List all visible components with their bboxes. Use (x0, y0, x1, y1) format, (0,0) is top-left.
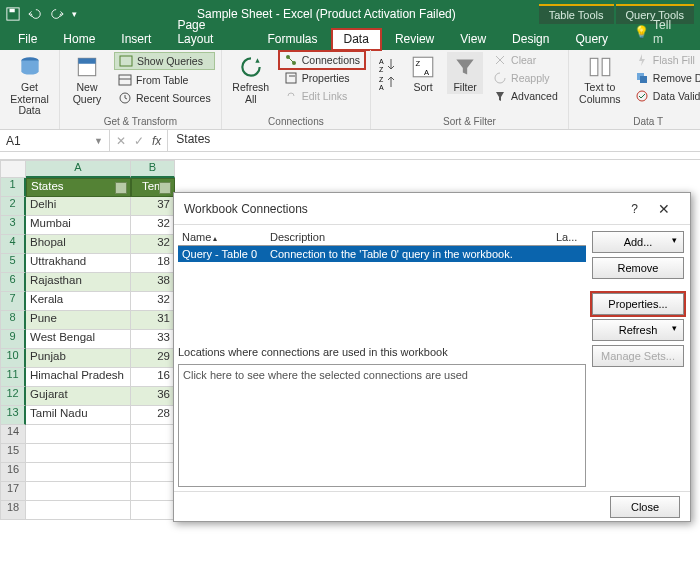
cell[interactable]: Gujarat (26, 387, 131, 406)
save-icon[interactable] (6, 7, 20, 21)
tab-design[interactable]: Design (500, 29, 561, 50)
cell[interactable]: Pune (26, 311, 131, 330)
col-header-a[interactable]: A (26, 160, 131, 178)
sort-button[interactable]: ZA Sort (405, 52, 441, 94)
tab-view[interactable]: View (448, 29, 498, 50)
cell[interactable]: 32 (131, 235, 175, 254)
col-header-b[interactable]: B (131, 160, 175, 178)
cell[interactable] (131, 463, 175, 482)
cell[interactable]: Uttrakhand (26, 254, 131, 273)
from-table-button[interactable]: From Table (114, 72, 215, 88)
tab-home[interactable]: Home (51, 29, 107, 50)
chevron-down-icon[interactable]: ▼ (94, 136, 103, 146)
cell[interactable]: Tamil Nadu (26, 406, 131, 425)
add-button[interactable]: Add... (592, 231, 684, 253)
tab-formulas[interactable]: Formulas (256, 29, 330, 50)
cell[interactable]: Punjab (26, 349, 131, 368)
cell[interactable] (131, 482, 175, 501)
tab-tell-me[interactable]: 💡Tell m (622, 15, 694, 50)
filter-dropdown-icon[interactable] (159, 182, 171, 194)
row-header[interactable]: 6 (0, 273, 26, 292)
cell[interactable]: 29 (131, 349, 175, 368)
locations-box[interactable]: Click here to see where the selected con… (178, 364, 586, 487)
properties-button[interactable]: Properties (280, 70, 364, 86)
cell[interactable]: Kerala (26, 292, 131, 311)
properties-dialog-button[interactable]: Properties... (592, 293, 684, 315)
show-queries-button[interactable]: Show Queries (114, 52, 215, 70)
cell[interactable]: 28 (131, 406, 175, 425)
cell[interactable] (131, 501, 175, 520)
row-header[interactable]: 9 (0, 330, 26, 349)
cell[interactable]: Rajasthan (26, 273, 131, 292)
formula-input[interactable]: States (168, 130, 700, 151)
refresh-all-button[interactable]: Refresh All (228, 52, 274, 105)
row-header[interactable]: 7 (0, 292, 26, 311)
row-header[interactable]: 8 (0, 311, 26, 330)
cell[interactable]: 37 (131, 197, 175, 216)
tab-file[interactable]: File (6, 29, 49, 50)
sort-asc-icon[interactable]: AZ (379, 56, 397, 74)
tab-page-layout[interactable]: Page Layout (165, 15, 253, 50)
row-header[interactable]: 11 (0, 368, 26, 387)
cell[interactable]: 36 (131, 387, 175, 406)
cell[interactable]: 32 (131, 216, 175, 235)
row-header[interactable]: 17 (0, 482, 26, 501)
select-all-button[interactable] (0, 160, 26, 178)
cell[interactable]: Delhi (26, 197, 131, 216)
row-header[interactable]: 2 (0, 197, 26, 216)
help-button[interactable]: ? (621, 202, 648, 216)
row-header[interactable]: 15 (0, 444, 26, 463)
cell[interactable]: Himachal Pradesh (26, 368, 131, 387)
cell[interactable]: 16 (131, 368, 175, 387)
col-header-description[interactable]: Description (270, 231, 556, 243)
row-header[interactable]: 4 (0, 235, 26, 254)
remove-button[interactable]: Remove (592, 257, 684, 279)
remove-duplicates-button[interactable]: Remove Dupl (631, 70, 700, 86)
connections-button[interactable]: Connections (280, 52, 364, 68)
text-to-columns-button[interactable]: Text to Columns (575, 52, 625, 105)
tab-query[interactable]: Query (563, 29, 620, 50)
new-query-button[interactable]: New Query (66, 52, 108, 105)
data-validation-button[interactable]: Data Validatio (631, 88, 700, 104)
tab-data[interactable]: Data (332, 29, 381, 50)
cell[interactable] (26, 463, 131, 482)
cell[interactable] (26, 501, 131, 520)
cell[interactable]: 31 (131, 311, 175, 330)
cell[interactable] (26, 482, 131, 501)
col-header-name[interactable]: Name▴ (178, 231, 270, 243)
refresh-button[interactable]: Refresh (592, 319, 684, 341)
cell[interactable]: Bhopal (26, 235, 131, 254)
tab-insert[interactable]: Insert (109, 29, 163, 50)
row-header[interactable]: 10 (0, 349, 26, 368)
table-header-temp[interactable]: Temp (131, 178, 175, 197)
cell[interactable]: 33 (131, 330, 175, 349)
cell[interactable] (26, 425, 131, 444)
cell[interactable]: Mumbai (26, 216, 131, 235)
undo-icon[interactable] (28, 7, 42, 21)
row-header[interactable]: 14 (0, 425, 26, 444)
sort-desc-icon[interactable]: ZA (379, 74, 397, 92)
advanced-button[interactable]: Advanced (489, 88, 562, 104)
redo-icon[interactable] (50, 7, 64, 21)
row-header[interactable]: 13 (0, 406, 26, 425)
recent-sources-button[interactable]: Recent Sources (114, 90, 215, 106)
row-header[interactable]: 12 (0, 387, 26, 406)
name-box[interactable]: A1▼ (0, 130, 110, 151)
close-icon[interactable]: ✕ (648, 201, 680, 217)
close-button[interactable]: Close (610, 496, 680, 518)
fx-icon[interactable]: fx (152, 134, 161, 148)
row-header[interactable]: 5 (0, 254, 26, 273)
cell[interactable]: 18 (131, 254, 175, 273)
table-header-states[interactable]: States (26, 178, 131, 197)
tab-review[interactable]: Review (383, 29, 446, 50)
cell[interactable] (131, 444, 175, 463)
row-header[interactable]: 18 (0, 501, 26, 520)
cell[interactable] (131, 425, 175, 444)
cell[interactable] (26, 444, 131, 463)
filter-button[interactable]: Filter (447, 52, 483, 94)
col-header-last[interactable]: La... (556, 231, 586, 243)
get-external-data-button[interactable]: Get External Data (6, 52, 53, 117)
qat-dropdown-icon[interactable]: ▾ (72, 9, 77, 19)
row-header[interactable]: 1 (0, 178, 26, 197)
cell[interactable]: West Bengal (26, 330, 131, 349)
